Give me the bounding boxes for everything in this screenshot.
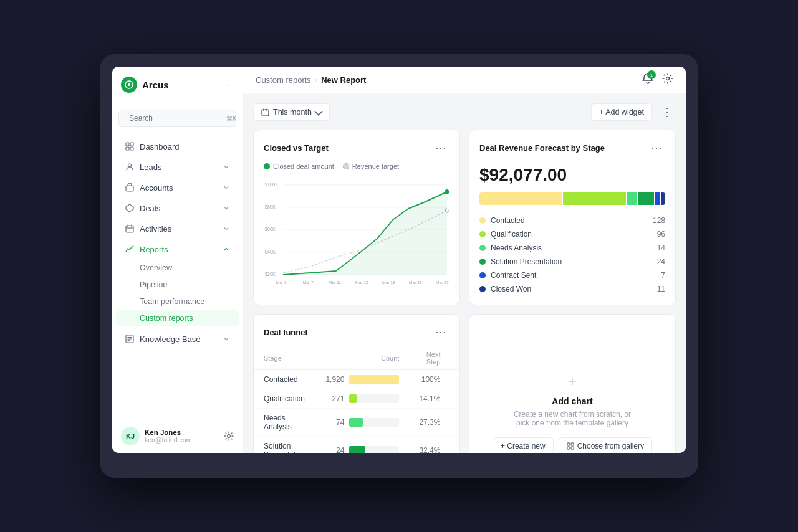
chart-area: $100K $80K $60K $40K $20K xyxy=(254,176,459,301)
contacted-dot xyxy=(479,217,486,224)
more-options-button[interactable]: ⋮ xyxy=(658,103,676,121)
revenue-amount: $92,077.00 xyxy=(469,163,675,192)
date-filter-chevron-icon xyxy=(314,107,323,115)
sidebar-item-knowledge-base[interactable]: Knowledge Base xyxy=(116,329,239,349)
sidebar-subitem-pipeline[interactable]: Pipeline xyxy=(116,277,239,293)
sidebar-item-dashboard[interactable]: Dashboard xyxy=(116,136,239,156)
stage-row-closed-won: Closed Won 11 xyxy=(479,282,665,296)
deals-icon xyxy=(125,203,135,213)
stage-bar-contacted xyxy=(479,192,562,205)
svg-text:Mar 27: Mar 27 xyxy=(436,279,449,285)
svg-text:Mar 23: Mar 23 xyxy=(409,279,422,285)
create-new-button[interactable]: + Create new xyxy=(493,437,554,454)
breadcrumb-current: New Report xyxy=(321,75,366,85)
svg-rect-7 xyxy=(130,147,133,150)
closed-vs-target-widget: Closed vs Target ⋯ Closed deal amount xyxy=(253,130,460,305)
stage-bar-needs-analysis xyxy=(627,192,636,205)
breadcrumb-parent[interactable]: Custom reports xyxy=(256,75,311,85)
user-email: ken@frilled.com xyxy=(145,436,191,444)
stage-bar-contract xyxy=(655,192,661,205)
date-filter[interactable]: This month xyxy=(253,103,330,121)
stage-list: Contacted 128 Qualification 96 Needs Ana… xyxy=(469,214,675,305)
sidebar-header: Arcus ← xyxy=(112,67,243,103)
sidebar-label-leads: Leads xyxy=(140,163,161,172)
widgets-grid: Closed vs Target ⋯ Closed deal amount xyxy=(253,130,676,453)
stage-row-contacted: Contacted 128 xyxy=(479,214,665,227)
leads-chevron-icon xyxy=(223,163,230,171)
col-count: Count xyxy=(315,347,409,370)
reports-chevron-icon xyxy=(223,245,230,253)
svg-text:Mar 15: Mar 15 xyxy=(355,279,368,285)
svg-rect-45 xyxy=(567,443,570,445)
activities-chevron-icon xyxy=(223,225,230,232)
add-chart-actions: + Create new Choose from gallery xyxy=(493,437,652,454)
knowledge-base-icon xyxy=(125,334,135,344)
top-bar: Custom reports › New Report 1 xyxy=(243,67,686,93)
qualification-dot xyxy=(479,231,486,237)
leads-icon xyxy=(125,162,135,172)
deal-funnel-title: Deal funnel xyxy=(264,328,307,337)
settings-icon[interactable] xyxy=(224,431,234,441)
svg-text:$60K: $60K xyxy=(265,226,276,232)
svg-point-8 xyxy=(128,164,132,167)
sidebar: Arcus ← ⌘K xyxy=(112,67,243,453)
closed-legend-dot xyxy=(264,163,270,169)
stage-bar-solution xyxy=(638,192,654,205)
add-chart-area: + Add chart Create a new chart from scra… xyxy=(469,315,675,453)
user-details: Ken Jones ken@frilled.com xyxy=(145,429,191,444)
search-input[interactable] xyxy=(129,114,223,123)
revenue-more-button[interactable]: ⋯ xyxy=(648,139,665,156)
stage-name: Contacted xyxy=(254,370,315,389)
sidebar-subitem-custom-reports[interactable]: Custom reports xyxy=(116,310,239,326)
avatar: KJ xyxy=(121,427,140,445)
stage-bar-closed xyxy=(661,192,665,205)
revenue-legend-dot xyxy=(343,163,349,169)
app-name: Arcus xyxy=(142,80,169,90)
sidebar-item-reports[interactable]: Reports xyxy=(116,239,239,259)
contract-dot xyxy=(479,272,486,278)
main-content: Custom reports › New Report 1 xyxy=(243,67,686,453)
back-button[interactable]: ← xyxy=(225,80,234,90)
toolbar: This month + Add widget ⋮ xyxy=(253,103,676,121)
svg-text:Mar 19: Mar 19 xyxy=(382,279,395,285)
svg-rect-6 xyxy=(126,147,129,150)
dashboard-area: This month + Add widget ⋮ C xyxy=(243,93,686,453)
chart-more-button[interactable]: ⋯ xyxy=(432,139,449,156)
sidebar-item-activities[interactable]: Activities xyxy=(116,219,239,239)
sidebar-item-accounts[interactable]: Accounts xyxy=(116,178,239,197)
sidebar-item-deals[interactable]: Deals xyxy=(116,198,239,218)
search-shortcut: ⌘K xyxy=(226,115,237,122)
accounts-chevron-icon xyxy=(223,184,230,191)
svg-rect-48 xyxy=(571,447,574,449)
funnel-more-button[interactable]: ⋯ xyxy=(432,323,449,341)
deals-chevron-icon xyxy=(223,204,230,212)
stage-name: Solution Presentation xyxy=(254,437,315,454)
add-widget-button[interactable]: + Add widget xyxy=(591,103,652,121)
settings-button[interactable] xyxy=(662,73,673,87)
svg-point-20 xyxy=(666,77,670,80)
svg-point-19 xyxy=(228,435,231,438)
user-info: KJ Ken Jones ken@frilled.com xyxy=(121,427,191,445)
search-box[interactable]: ⌘K xyxy=(118,110,236,127)
notifications-button[interactable]: 1 xyxy=(642,73,653,87)
chart-legend: Closed deal amount Revenue target xyxy=(254,163,459,176)
closed-vs-target-title: Closed vs Target xyxy=(264,143,329,153)
svg-rect-46 xyxy=(571,443,574,445)
funnel-table: Stage Count Next Step Cumulative Contact… xyxy=(254,347,460,453)
add-chart-widget: + Add chart Create a new chart from scra… xyxy=(469,314,676,453)
nav-section: Dashboard Leads xyxy=(112,133,243,419)
table-row: Contacted 1,920 100% 10 xyxy=(254,370,460,389)
accounts-icon xyxy=(125,183,135,192)
deal-revenue-widget: Deal Revenue Forecast by Stage ⋯ $92,077… xyxy=(469,130,676,305)
stage-count-cell: 271 xyxy=(315,389,409,409)
sidebar-label-deals: Deals xyxy=(140,204,160,213)
add-chart-plus-icon[interactable]: + xyxy=(568,373,577,390)
sidebar-item-leads[interactable]: Leads xyxy=(116,157,239,177)
user-name: Ken Jones xyxy=(145,429,191,436)
deal-revenue-title: Deal Revenue Forecast by Stage xyxy=(479,143,605,153)
sidebar-subitem-team-performance[interactable]: Team performance xyxy=(116,293,239,310)
solution-dot xyxy=(479,259,486,265)
choose-gallery-button[interactable]: Choose from gallery xyxy=(559,437,652,454)
add-chart-title: Add chart xyxy=(552,396,592,406)
sidebar-subitem-overview[interactable]: Overview xyxy=(116,260,239,276)
